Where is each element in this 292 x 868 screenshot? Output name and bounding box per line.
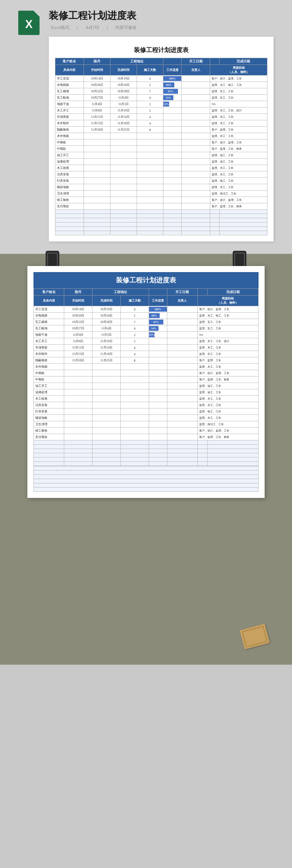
- b-col-days: 施工天数: [121, 296, 149, 306]
- progress-cell: 54%: [149, 326, 167, 332]
- cell-1: [64, 421, 93, 428]
- support-cell: 监理、木工、工长、设计: [210, 107, 267, 114]
- table-row: 吊顶骨架11月11日11月14日4监理、木工、工长: [34, 344, 259, 351]
- lead-cell: [182, 127, 210, 133]
- cell-2: 11月14日: [110, 114, 137, 120]
- cell-2: 10月19日: [110, 75, 137, 82]
- progress-cell: [163, 159, 182, 165]
- empty-row: [34, 479, 259, 483]
- lead-cell: [167, 338, 197, 344]
- cell-2: [110, 133, 137, 140]
- progress-cell: [149, 357, 167, 364]
- lead-cell: [167, 306, 197, 313]
- cell-3: [137, 190, 163, 197]
- cell-3: 2: [137, 101, 163, 107]
- cell-2: [92, 408, 121, 415]
- table-row: 卫生清理监理、保洁工、工长: [55, 190, 267, 197]
- progress-cell: [163, 107, 182, 114]
- col-lead: 负责人: [182, 65, 210, 75]
- cell-1: [84, 190, 110, 197]
- support-cell: 监理、油工、工长: [210, 152, 267, 159]
- bottom-col-headers: 具体内容 开始时间 完成时间 施工天数 工作进度 负责人 周源协助（人员、物料）: [34, 296, 259, 306]
- support-cell: 监理、保洁工、工长: [210, 190, 267, 197]
- cell-3: [121, 389, 149, 396]
- support-cell: 监理、水工、电工、工长: [197, 313, 258, 319]
- b-meta-start-val: [197, 289, 207, 296]
- progress-cell: [149, 370, 167, 376]
- lead-cell: [167, 332, 197, 338]
- support-cell: 监理、木工、工长: [210, 184, 267, 190]
- cell-0: 竣工验收: [34, 428, 64, 434]
- cell-3: [121, 415, 149, 421]
- cell-2: 11月18日: [92, 351, 121, 357]
- bottom-section: 装修工程计划进度表 客户姓名 陈丹 工程地址 开工日期 完成日期 具体内容 开始…: [0, 254, 292, 665]
- progress-cell: [149, 389, 167, 396]
- table-row: 木作饰面监理、木工、工长: [55, 133, 267, 140]
- bottom-meta-row: 客户姓名 陈丹 工程地址 开工日期 完成日期: [34, 289, 259, 296]
- cell-1: 11月11日: [84, 114, 110, 120]
- progress-cell: 60%: [149, 313, 167, 319]
- progress-cell: [163, 190, 182, 197]
- cell-3: [137, 165, 163, 172]
- cell-2: [110, 190, 137, 197]
- cell-2: [92, 370, 121, 376]
- table-row: 瓦工帖地10月27日11月4日955%监理、瓦工、工长: [55, 95, 267, 101]
- meta-customer-label: 客户姓名: [55, 58, 84, 65]
- table-row: 水电线路10月20日10月24日560%监理、水工、电工、工长: [55, 82, 267, 88]
- table-row: 瓦工砌墙10月22日10月28日781%监理、瓦工、工长: [34, 319, 259, 326]
- cell-0: 中期款: [55, 146, 84, 152]
- progress-cell: 100%: [163, 75, 182, 82]
- cell-2: 11月14日: [92, 344, 121, 351]
- progress-cell: [149, 338, 167, 344]
- table-row: 瓦工砌墙10月22日10月28日781%监理、瓦工、工长: [55, 88, 267, 95]
- cell-1: 10月22日: [64, 319, 93, 326]
- meta-address-label: 工程地址: [110, 58, 163, 65]
- cell-2: [92, 415, 121, 421]
- cell-2: 11月4日: [92, 326, 121, 332]
- lead-cell: [182, 88, 210, 95]
- lead-cell: [182, 178, 210, 184]
- lead-cell: [167, 383, 197, 389]
- cell-1: 10月27日: [64, 326, 93, 332]
- cell-1: 11月15日: [84, 120, 110, 127]
- cell-2: [92, 421, 121, 428]
- bottom-doc-paper: 装修工程计划进度表 客户姓名 陈丹 工程地址 开工日期 完成日期 具体内容 开始…: [27, 266, 265, 498]
- support-cell: 监理、木工、工长: [210, 133, 267, 140]
- cell-3: [137, 197, 163, 203]
- lead-cell: [182, 165, 210, 172]
- cell-1: [84, 159, 110, 165]
- cell-2: 11月10日: [92, 338, 121, 344]
- progress-cell: [163, 165, 182, 172]
- cell-2: [92, 396, 121, 402]
- cell-0: 木工开工: [34, 338, 64, 344]
- meta-address-val: [163, 58, 182, 65]
- cell-1: [84, 140, 110, 146]
- progress-cell: 81%: [163, 88, 182, 95]
- lead-cell: [182, 159, 210, 165]
- cell-0: 瓦工砌墙: [55, 88, 84, 95]
- table-row: 油漆处理监理、油工、工长: [34, 389, 259, 396]
- support-cell: 客户、设计、监理、工长: [197, 370, 258, 376]
- lead-cell: [182, 190, 210, 197]
- lead-cell: [182, 75, 210, 82]
- cell-3: [121, 428, 149, 434]
- cell-0: 木作制作: [34, 351, 64, 357]
- cell-0: 吊顶骨架: [34, 344, 64, 351]
- cell-2: [110, 172, 137, 178]
- cell-0: 瓦工帖地: [55, 95, 84, 101]
- empty-row: [34, 483, 259, 488]
- cell-2: 11月25日: [92, 357, 121, 364]
- cell-1: 11月18日: [64, 357, 93, 364]
- lead-cell: [182, 140, 210, 146]
- cell-0: 卫生清理: [55, 190, 84, 197]
- b-col-support: 周源协助（人员、物料）: [197, 296, 258, 306]
- table-row: 支付尾款客户、监理、工长、财务: [55, 203, 267, 210]
- cell-1: [64, 415, 93, 421]
- b-meta-customer: 客户姓名: [34, 289, 64, 296]
- subtitle-part2: A4打印: [86, 25, 99, 30]
- top-section: X 装修工程计划进度表 Excel格式 ｜ A4打印 ｜ 内容可修改 装修工程计…: [0, 0, 292, 254]
- cell-1: 11月4日: [64, 332, 93, 338]
- b-meta-end: 完成日期: [208, 289, 259, 296]
- progress-cell: 32%: [163, 101, 182, 107]
- cell-3: 9: [137, 95, 163, 101]
